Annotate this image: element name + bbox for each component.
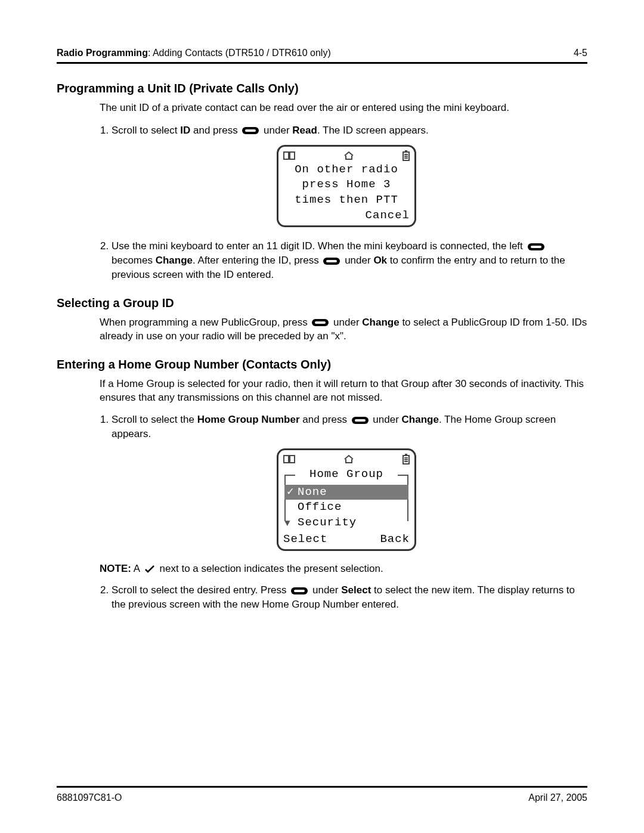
section-title-home-group: Entering a Home Group Number (Contacts O… <box>57 358 587 371</box>
lcd-softkey-row: Select Back <box>282 532 411 547</box>
battery-icon <box>402 454 410 465</box>
lcd-statusbar <box>282 150 411 162</box>
scroll-down-icon: ▼ <box>284 518 291 531</box>
softkey-icon <box>528 243 544 250</box>
lcd-softkey-cancel: Cancel <box>282 208 411 224</box>
lcd-statusbar <box>282 454 411 466</box>
softkey-icon <box>323 258 340 265</box>
footer-doc-id: 6881097C81-O <box>57 792 122 803</box>
section-title-group-id: Selecting a Group ID <box>57 296 587 310</box>
svg-rect-7 <box>404 457 408 459</box>
lcd-softkey-back: Back <box>380 532 410 547</box>
svg-rect-6 <box>405 454 407 456</box>
steps-unit-id: Scroll to select ID and press under Read… <box>112 123 587 282</box>
lcd-list-item: Security <box>284 515 408 531</box>
lcd-line: press Home 3 <box>282 177 411 193</box>
step-2-home-group: Scroll to select the desired entry. Pres… <box>112 583 587 612</box>
lcd-softkey-select: Select <box>283 532 327 547</box>
document-page: Radio Programming: Adding Contacts (DTR5… <box>0 0 644 833</box>
step-1-home-group: Scroll to select the Home Group Number a… <box>112 413 587 551</box>
page-content: Programming a Unit ID (Private Calls Onl… <box>57 82 587 612</box>
page-header: Radio Programming: Adding Contacts (DTR5… <box>57 48 587 64</box>
book-icon <box>283 151 295 160</box>
book-icon <box>283 454 295 464</box>
lcd-home-group-screen: Home Group ✓ None Office Security ▼ Sele… <box>277 448 416 551</box>
svg-rect-8 <box>404 459 408 460</box>
lcd-list-item-selected: ✓ None <box>284 485 408 500</box>
home-icon <box>343 454 354 464</box>
section-intro-unit-id: The unit ID of a private contact can be … <box>100 101 587 115</box>
softkey-icon <box>291 587 308 594</box>
steps-home-group-cont: Scroll to select the desired entry. Pres… <box>112 583 587 612</box>
section-title-unit-id: Programming a Unit ID (Private Calls Onl… <box>57 82 587 95</box>
header-subsection: : Adding Contacts (DTR510 / DTR610 only) <box>148 48 331 58</box>
check-icon <box>144 565 155 574</box>
step-2-unit-id: Use the mini keyboard to enter an 11 dig… <box>112 239 587 281</box>
lcd-group-title: Home Group <box>284 467 408 482</box>
page-footer: 6881097C81-O April 27, 2005 <box>57 786 587 803</box>
svg-rect-1 <box>405 150 407 152</box>
softkey-icon <box>312 319 329 326</box>
lcd-line: On other radio <box>282 162 411 178</box>
section-intro-home-group: If a Home Group is selected for your rad… <box>100 377 587 405</box>
softkey-icon <box>242 127 259 134</box>
lcd-list-item: Office <box>284 500 408 515</box>
section-body-group-id: When programming a new PublicGroup, pres… <box>100 316 587 343</box>
steps-home-group: Scroll to select the Home Group Number a… <box>112 413 587 551</box>
lcd-line: times then PTT <box>282 193 411 208</box>
svg-rect-9 <box>404 461 408 462</box>
footer-date: April 27, 2005 <box>528 792 587 803</box>
svg-rect-4 <box>404 157 408 159</box>
step-1-unit-id: Scroll to select ID and press under Read… <box>112 123 587 227</box>
softkey-icon <box>352 417 369 424</box>
header-breadcrumb: Radio Programming: Adding Contacts (DTR5… <box>57 48 331 58</box>
note-line: NOTE: A next to a selection indicates th… <box>100 563 587 575</box>
header-page-number: 4-5 <box>574 48 587 58</box>
header-section: Radio Programming <box>57 48 148 58</box>
check-icon: ✓ <box>287 485 294 500</box>
svg-rect-3 <box>404 156 408 157</box>
svg-rect-2 <box>404 154 408 155</box>
lcd-id-screen: On other radio press Home 3 times then P… <box>277 145 416 228</box>
battery-icon <box>402 150 410 161</box>
home-icon <box>343 151 354 160</box>
